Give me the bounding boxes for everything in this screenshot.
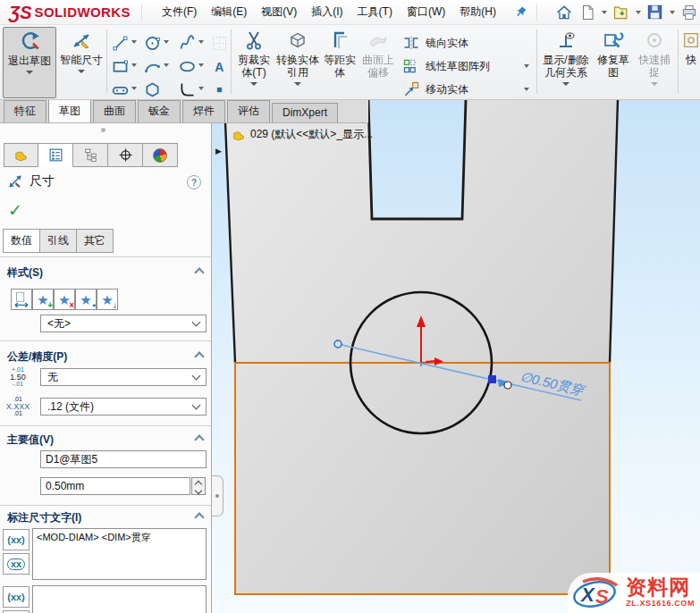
ribbon-tab-evaluate[interactable]: 评估 (227, 100, 270, 122)
convert-entities-flyout[interactable] (294, 82, 301, 86)
clipped-toolbar-button[interactable]: 快 (681, 27, 700, 98)
rectangle-tool-flyout[interactable] (131, 63, 137, 67)
ellipse-tool-flyout[interactable] (198, 63, 204, 67)
fillet-tool-button[interactable] (176, 79, 198, 100)
smart-dimension-button[interactable]: 智能尺寸 (59, 27, 104, 98)
linear-pattern-flyout[interactable] (524, 64, 529, 68)
style-add-button[interactable]: ★+ (32, 289, 54, 310)
menu-edit[interactable]: 编辑(E) (204, 1, 254, 23)
tab-featuremanager[interactable] (4, 143, 38, 167)
tab-value[interactable]: 数值 (3, 229, 40, 253)
line-tool-flyout[interactable] (131, 40, 137, 44)
ribbon-tab-dimxpert[interactable]: DimXpert (272, 103, 338, 122)
tolerance-type-dropdown[interactable]: 无 (40, 368, 207, 386)
move-entities-flyout[interactable] (524, 88, 529, 91)
trim-entities-flyout[interactable] (250, 82, 257, 86)
convert-entities-button[interactable]: 转换实体引用 (275, 27, 320, 98)
dimension-text-area-secondary[interactable] (32, 585, 207, 613)
slot-tool-flyout[interactable] (131, 87, 137, 90)
notch-edges[interactable] (368, 100, 466, 219)
circle-tool-flyout[interactable] (164, 40, 169, 44)
dimension-text-area[interactable]: <MOD-DIAM> <DIM>贯穿 (32, 528, 207, 580)
tab-propertymanager[interactable] (38, 143, 73, 167)
tab-leaders[interactable]: 引线 (40, 229, 77, 253)
panel-splitter-dot[interactable] (101, 128, 105, 132)
tab-displaymanager[interactable] (143, 143, 178, 167)
open-button[interactable] (611, 2, 632, 23)
new-document-button[interactable] (577, 2, 598, 23)
style-default-button[interactable] (11, 289, 32, 310)
tab-other[interactable]: 其它 (77, 229, 114, 253)
pin-menu-toggle[interactable] (514, 5, 527, 19)
dimension-name-input[interactable] (40, 450, 207, 468)
boxed-dimension-button[interactable]: xx (3, 553, 30, 575)
menu-window[interactable]: 窗口(W) (400, 1, 452, 23)
exit-sketch-flyout[interactable] (26, 71, 33, 74)
dimension-text-collapse-chevron[interactable] (194, 512, 204, 522)
save-flyout[interactable] (670, 11, 675, 14)
smart-dimension-flyout[interactable] (78, 70, 85, 73)
home-button[interactable] (553, 2, 575, 23)
arc-tool-flyout[interactable] (164, 63, 169, 67)
open-flyout[interactable] (636, 11, 641, 14)
new-document-flyout[interactable] (602, 11, 607, 14)
help-button[interactable]: ? (187, 175, 201, 189)
save-button[interactable] (645, 2, 666, 23)
ok-button[interactable]: ✓ (8, 200, 22, 221)
menu-file[interactable]: 文件(F) (155, 1, 204, 23)
menu-help[interactable]: 帮助(H) (452, 1, 503, 23)
exit-sketch-button[interactable]: 退出草图 (3, 27, 56, 98)
tab-dimxpertmanager[interactable] (108, 143, 143, 167)
text-tool-button[interactable]: A (208, 55, 230, 77)
mirror-entities-button[interactable]: 镜向实体 (402, 34, 468, 52)
spline-tool-button[interactable] (176, 32, 198, 54)
dimension-anchor-point[interactable] (488, 375, 496, 383)
display-relations-flyout[interactable] (562, 82, 569, 86)
ribbon-tab-weldments[interactable]: 焊件 (182, 100, 225, 122)
ribbon-tab-surfaces[interactable]: 曲面 (93, 100, 136, 122)
dimension-handle-right[interactable] (504, 382, 511, 389)
feature-tree-item[interactable]: 029 (默认<<默认>_显示... (232, 127, 373, 142)
ellipse-tool-button[interactable] (176, 55, 198, 77)
tolerance-collapse-chevron[interactable] (194, 351, 204, 361)
repair-sketch-button[interactable]: 修复草图 (594, 27, 633, 98)
dimension-handle-left[interactable] (334, 340, 342, 348)
trim-entities-button[interactable]: 剪裁实体(T) (233, 27, 274, 98)
ribbon-tab-features[interactable]: 特征 (4, 100, 46, 122)
style-save-button[interactable]: ★▪ (75, 289, 97, 310)
point-tool-button[interactable] (208, 79, 230, 100)
arc-tool-button[interactable] (141, 55, 163, 77)
dimension-value-spinner[interactable] (191, 477, 206, 495)
graphics-area[interactable]: ∅0.50贯穿 ▶ 029 (默认<<默认>_显示... X S 资料网 ZL.… (212, 100, 700, 613)
primary-collapse-chevron[interactable] (194, 434, 204, 444)
slot-tool-button[interactable] (109, 79, 131, 100)
quick-snaps-flyout[interactable] (651, 82, 658, 86)
menu-view[interactable]: 视图(V) (254, 1, 304, 23)
offset-entities-button[interactable]: 等距实体 (322, 27, 358, 98)
spline-tool-flyout[interactable] (198, 40, 204, 44)
linear-sketch-pattern-button[interactable]: 线性草图阵列 (402, 57, 490, 75)
line-tool-button[interactable] (109, 32, 131, 54)
menu-tools[interactable]: 工具(T) (350, 1, 400, 23)
print-button[interactable] (679, 2, 700, 23)
style-collapse-chevron[interactable] (194, 267, 204, 277)
tab-configurationmanager[interactable] (73, 143, 108, 167)
style-load-button[interactable]: ★↓ (97, 289, 118, 310)
add-parenthesis-button[interactable]: (xx) (3, 529, 30, 550)
tree-flyout-arrow[interactable]: ▶ (215, 147, 222, 155)
ribbon-tab-sheet-metal[interactable]: 钣金 (138, 100, 181, 122)
fillet-tool-flyout[interactable] (198, 87, 204, 90)
dimension-value-input[interactable] (40, 477, 190, 495)
add-parenthesis-button-secondary[interactable]: (xx) (3, 586, 30, 608)
style-delete-button[interactable]: ★× (54, 289, 75, 310)
move-entities-button[interactable]: 移动实体 (402, 80, 468, 98)
rectangle-tool-button[interactable] (109, 55, 131, 77)
display-delete-relations-button[interactable]: 显示/删除几何关系 (540, 27, 592, 98)
style-dropdown[interactable]: <无> (40, 315, 207, 332)
panel-splitter-handle[interactable] (212, 475, 223, 516)
precision-dropdown[interactable]: .12 (文件) (40, 398, 207, 416)
menu-insert[interactable]: 插入(I) (304, 1, 350, 23)
circle-tool-button[interactable] (141, 32, 163, 54)
polygon-tool-button[interactable] (141, 79, 163, 100)
ribbon-tab-sketch[interactable]: 草图 (48, 98, 91, 122)
